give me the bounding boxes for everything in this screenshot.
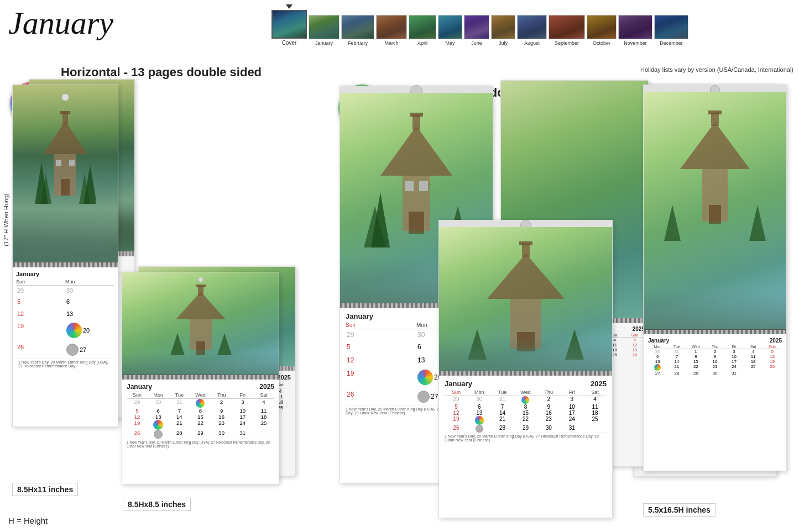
svg-marker-7 xyxy=(43,121,87,154)
water-reflection xyxy=(13,229,118,262)
svg-marker-28 xyxy=(380,126,452,176)
svg-rect-42 xyxy=(519,241,532,245)
thumb-label-cover: Cover xyxy=(282,40,297,46)
svg-rect-51 xyxy=(708,110,722,114)
svg-rect-8 xyxy=(62,113,68,125)
art-circle-1 xyxy=(66,323,82,338)
svg-rect-10 xyxy=(61,179,70,196)
hole-punch-area xyxy=(340,86,493,93)
svg-rect-41 xyxy=(522,244,530,257)
svg-rect-52 xyxy=(709,205,721,224)
coin-circle-v xyxy=(417,391,430,403)
svg-rect-30 xyxy=(410,113,423,117)
thumb-may[interactable]: May xyxy=(437,10,463,46)
thumb-march[interactable]: March xyxy=(375,10,408,46)
water-medium xyxy=(122,352,279,375)
thumb-april[interactable]: April xyxy=(408,10,437,46)
thumb-november[interactable]: November xyxy=(618,10,653,46)
page-title: January xyxy=(8,4,113,41)
cal-h-medium-front: January 2025 SunMonTueWedThuFriSat 29303… xyxy=(122,272,279,484)
spiral-v-small xyxy=(644,329,786,334)
cal-h-large-front: January SunMon 2930 56 1213 19 20 26 27 … xyxy=(12,85,118,427)
thumb-january[interactable]: January xyxy=(308,10,340,46)
cal-h-large-image xyxy=(13,85,118,262)
svg-rect-23 xyxy=(196,285,206,287)
spiral-v-medium xyxy=(439,371,612,376)
svg-marker-53 xyxy=(664,205,681,241)
svg-marker-25 xyxy=(170,333,185,355)
thumb-december[interactable]: December xyxy=(654,10,689,46)
cal-medium-grid: January 2025 SunMonTueWedThuFriSat 29303… xyxy=(122,380,279,451)
thumb-june[interactable]: June xyxy=(463,10,490,46)
holiday-note: Holiday lists vary by version (USA/Canad… xyxy=(640,66,793,73)
art-circle-v xyxy=(417,370,433,385)
size-label-h-large: 8.5Hx11 inches xyxy=(12,483,78,496)
cal-v-medium-image xyxy=(439,227,612,371)
church-svg-main xyxy=(35,107,96,207)
horizontal-section-label: Horizontal - 13 pages double sided xyxy=(61,65,262,80)
moon-indicator xyxy=(61,93,69,101)
moon-dot-medium xyxy=(198,277,203,282)
cal-v-small-front: January2025 MonTueWedThuFriSatSun 303112… xyxy=(643,85,787,471)
size-label-h-medium: 8.5Hx8.5 inches xyxy=(123,498,191,511)
thumb-august[interactable]: August xyxy=(516,10,547,46)
svg-marker-26 xyxy=(217,333,232,355)
cal-h-month-label: January xyxy=(16,271,39,277)
sidebar-label-1: (17" H When Hung) xyxy=(3,193,9,246)
cal-medium-year: 2025 xyxy=(259,383,274,391)
thumb-october[interactable]: October xyxy=(586,10,617,46)
svg-rect-32 xyxy=(405,181,414,191)
svg-rect-50 xyxy=(711,113,719,126)
cal-medium-image xyxy=(122,272,279,375)
thumb-cover[interactable] xyxy=(271,10,307,39)
spiral-medium xyxy=(122,375,279,380)
thumb-september[interactable]: September xyxy=(548,10,586,46)
cal-medium-month: January xyxy=(127,383,152,391)
selected-indicator xyxy=(286,4,293,9)
cal-v-medium-grid: January 2025 SunMonTueWedThuFriSat 29303… xyxy=(439,376,612,446)
hole-punch-small-area xyxy=(644,85,786,92)
svg-rect-33 xyxy=(419,181,428,191)
church-svg-v-small xyxy=(662,108,767,241)
cal-vm-year: 2025 xyxy=(591,380,607,388)
cal-v-small-grid: January2025 MonTueWedThuFriSatSun 303112… xyxy=(644,334,786,378)
svg-rect-22 xyxy=(198,286,203,296)
month-thumbs: January February March April xyxy=(308,10,689,46)
svg-rect-12 xyxy=(69,160,75,166)
svg-rect-31 xyxy=(409,212,424,234)
hole-punch-medium-area xyxy=(439,220,612,227)
cal-v-small-image xyxy=(644,92,786,329)
thumb-february[interactable]: February xyxy=(341,10,375,46)
svg-rect-11 xyxy=(56,160,61,166)
svg-marker-49 xyxy=(680,122,750,169)
cal-h-large-grid: January SunMon 2930 56 1213 19 20 26 27 … xyxy=(13,267,118,371)
spiral-strip-main xyxy=(13,262,118,267)
cal-h-footnote: 1 New Year's Day, 20 Martin Luther King … xyxy=(16,359,114,369)
svg-rect-9 xyxy=(60,111,70,114)
cal-vm-footnote: 1 New Year's Day, 20 Martin Luther King … xyxy=(445,433,607,443)
thumb-july[interactable]: July xyxy=(490,10,516,46)
svg-marker-40 xyxy=(487,254,565,299)
h-equals-label: H = Height xyxy=(8,516,48,525)
coin-circle xyxy=(66,344,79,356)
cal-v-month: January xyxy=(346,312,373,320)
svg-marker-54 xyxy=(749,205,766,241)
church-svg-medium xyxy=(162,283,239,355)
cal-v-medium: January 2025 SunMonTueWedThuFriSat 29303… xyxy=(438,220,613,518)
thumbnail-strip: Cover January February March xyxy=(271,4,689,46)
size-label-v-small: 5.5x16.5H inches xyxy=(643,503,716,517)
svg-rect-29 xyxy=(412,115,420,130)
cal-vm-month: January xyxy=(445,380,472,388)
cal-medium-footnote: 1 New Year's Day, 20 Martin Luther King … xyxy=(127,439,274,449)
